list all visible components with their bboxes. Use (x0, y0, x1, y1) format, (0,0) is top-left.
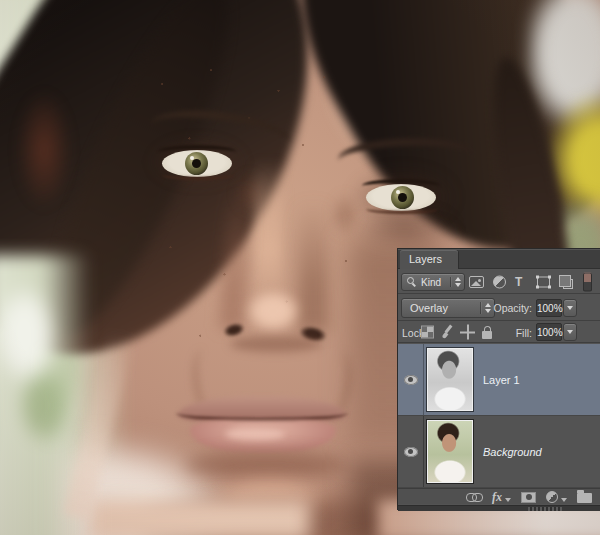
tab-layers[interactable]: Layers (400, 250, 458, 269)
photo-chin-highlight (210, 478, 330, 520)
photo-jaw-shadow (140, 498, 420, 535)
chevron-down-icon (505, 498, 511, 502)
add-layer-mask-icon[interactable] (521, 492, 536, 503)
photo-forehead-highlight (330, 10, 530, 170)
photo-lower-lid-right (366, 204, 438, 214)
photo-background-corner (528, 0, 600, 125)
stepper-arrows-icon (455, 277, 461, 287)
layer-filter-bar: Kind T (398, 270, 600, 294)
filter-kind-dropdown[interactable]: Kind (401, 273, 465, 291)
photo-undereye-shadow (352, 208, 457, 250)
photo-shoulder (0, 440, 230, 535)
photo-mouth-line (176, 404, 348, 422)
photo-nose-tip (246, 290, 300, 332)
photo-lashes-right (362, 179, 440, 193)
photo-yellow-flower (546, 92, 600, 227)
layers-panel: Layers Kind T Overlay (397, 248, 600, 510)
photo-inner-corner-right (330, 192, 360, 238)
layer-1-thumbnail[interactable] (427, 348, 473, 411)
panel-resize-grip[interactable] (398, 505, 600, 511)
photo-eye-right (366, 184, 436, 211)
photo-pupil-left (192, 159, 201, 168)
pixel-layer-filter-icon[interactable] (469, 276, 484, 288)
opacity-dropdown-arrow[interactable] (563, 299, 577, 317)
lock-options-row: Lock: Fill: 100% (398, 322, 600, 343)
photo-jaw-highlight-left (63, 330, 134, 521)
photo-eyebrow-left (148, 104, 292, 163)
adjustment-layer-filter-icon[interactable] (493, 275, 506, 288)
photo-glint-right (396, 190, 400, 194)
photo-nose-bridge-highlight (254, 160, 282, 310)
photo-nostril-left (223, 322, 245, 339)
lock-position-icon[interactable] (460, 325, 475, 340)
smart-object-filter-icon[interactable] (563, 279, 573, 289)
dropdown-divider (480, 302, 481, 314)
panel-bottom-toolbar: fx (398, 488, 600, 504)
filter-toggle[interactable] (583, 272, 592, 291)
photo-sclera-right (366, 184, 436, 211)
photo-eye-socket-left (148, 136, 248, 188)
fill-label: Fill: (516, 327, 532, 339)
layer-style-icon[interactable]: fx (492, 491, 502, 503)
shape-layer-filter-icon[interactable] (537, 276, 550, 287)
photo-sclera-left (162, 150, 232, 177)
layer-row-background[interactable]: Background (398, 416, 600, 488)
dropdown-divider (450, 277, 451, 287)
photo-foliage-left (0, 0, 130, 535)
chevron-down-icon (561, 498, 567, 502)
fill-value-field[interactable]: 100% (536, 323, 562, 341)
stepper-arrows-icon (485, 303, 491, 313)
fill-dropdown-arrow[interactable] (563, 323, 577, 341)
photo-chest-highlight (90, 500, 310, 535)
lock-transparent-pixels-icon[interactable] (421, 326, 434, 339)
photo-nostril-right (299, 324, 327, 343)
photo-pupil-right (398, 193, 407, 202)
screenshot-root: Layers Kind T Overlay (0, 0, 600, 535)
chevron-down-icon (567, 330, 573, 334)
photo-lower-lip (190, 420, 336, 452)
link-layers-icon[interactable] (466, 493, 482, 501)
photo-eye-socket-right (348, 166, 458, 228)
photo-smile-line-right (312, 348, 356, 424)
chevron-down-icon (567, 306, 573, 310)
filter-kind-label: Kind (421, 277, 441, 288)
blend-mode-dropdown[interactable]: Overlay (401, 298, 495, 318)
new-adjustment-layer-icon[interactable] (546, 491, 558, 503)
layer-name[interactable]: Layer 1 (483, 374, 520, 386)
photo-chin-crease (185, 452, 345, 478)
photo-foliage-lower-left (0, 255, 90, 535)
lock-all-icon[interactable] (482, 331, 492, 339)
visibility-cell[interactable] (398, 344, 424, 415)
photo-lashes-left (158, 145, 236, 159)
visibility-cell[interactable] (398, 416, 424, 487)
visibility-eye-icon[interactable] (404, 447, 418, 457)
photo-eyebrow-right (337, 136, 474, 181)
blend-mode-value: Overlay (410, 302, 448, 314)
photo-ear-shadow (16, 90, 72, 210)
lock-image-pixels-icon[interactable] (440, 325, 454, 340)
opacity-value-field[interactable]: 100% (536, 299, 562, 317)
photo-hair-left (0, 0, 387, 414)
photo-iris-right (391, 186, 414, 209)
layers-list: Layer 1 Background (398, 344, 600, 488)
photo-nose-base-shadow (230, 336, 322, 352)
photo-smile-line-left (188, 346, 232, 422)
type-layer-filter-icon[interactable]: T (515, 275, 522, 289)
photo-freckles (130, 50, 400, 390)
photo-lower-lid-left (162, 170, 234, 180)
photo-nose-shadow-right (298, 200, 328, 332)
photo-upper-lip (178, 396, 346, 422)
photo-lip-highlight (225, 428, 285, 440)
background-thumbnail[interactable] (427, 420, 473, 483)
layer-name[interactable]: Background (483, 446, 542, 458)
photo-hair-strand-left (22, 0, 259, 352)
photo-inner-corner-left (235, 172, 265, 214)
visibility-eye-icon[interactable] (404, 375, 418, 385)
photo-nose-shadow-left (219, 184, 253, 330)
photo-mouth-gap (230, 420, 300, 427)
search-icon (407, 277, 417, 287)
photo-eye-left (162, 150, 232, 177)
new-group-icon[interactable] (577, 493, 592, 503)
layer-row-layer-1[interactable]: Layer 1 (398, 344, 600, 416)
opacity-label: Opacity: (493, 302, 532, 314)
